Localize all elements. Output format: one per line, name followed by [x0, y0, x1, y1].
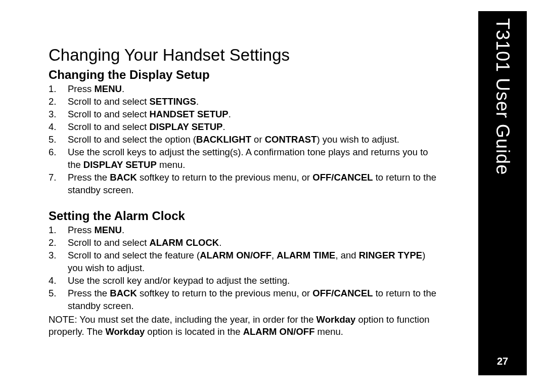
text: softkey to return to the previous menu, … [137, 172, 313, 183]
bold: RINGER TYPE [359, 250, 422, 260]
text: menu. [157, 159, 186, 170]
text: NOTE: You must set the date, including t… [49, 314, 316, 325]
step: Use the scroll keys to adjust the settin… [49, 146, 443, 171]
step: Scroll to and select the feature (ALARM … [49, 249, 443, 275]
text: option is located in the [145, 326, 243, 337]
bold: HANDSET SETUP [149, 109, 228, 119]
text: , [271, 250, 277, 260]
bold: BACK [110, 288, 136, 298]
step: Press the BACK softkey to return to the … [49, 287, 443, 313]
text: Scroll to and select [68, 237, 149, 248]
text: . [122, 83, 124, 94]
step: Scroll to and select DISPLAY SETUP. [49, 121, 443, 134]
page-title: Changing Your Handset Settings [49, 46, 443, 65]
bold: ALARM TIME [277, 250, 335, 260]
text: Use the scroll key and/or keypad to adju… [68, 275, 290, 286]
step: Scroll to and select SETTINGS. [49, 96, 443, 108]
bold: Workday [316, 314, 356, 325]
step: Press MENU. [49, 224, 443, 237]
text: Press the [68, 288, 110, 298]
bold: ALARM ON/OFF [200, 250, 271, 260]
text: ) you wish to adjust. [316, 134, 399, 145]
step: Use the scroll key and/or keypad to adju… [49, 275, 443, 287]
bold: OFF/CANCEL [312, 172, 373, 183]
step: Press MENU. [49, 83, 443, 96]
bold: MENU [94, 83, 121, 94]
text: Scroll to and select [68, 121, 149, 132]
bold: OFF/CANCEL [312, 288, 373, 298]
step: Scroll to and select ALARM CLOCK. [49, 237, 443, 249]
step: Scroll to and select the option (BACKLIG… [49, 134, 443, 146]
bold: ALARM ON/OFF [243, 326, 315, 337]
section-heading-display-setup: Changing the Display Setup [49, 68, 443, 82]
content: Changing Your Handset Settings Changing … [49, 46, 443, 338]
text: Press [68, 225, 94, 235]
text: Press [68, 83, 94, 94]
bold: ALARM CLOCK [149, 237, 219, 248]
text: softkey to return to the previous menu, … [137, 288, 313, 298]
text: Press the [68, 172, 110, 183]
text: . [122, 225, 124, 235]
sidebar: T3101 User Guide 27 [478, 11, 527, 375]
bold: BACKLIGHT [196, 134, 251, 145]
step: Scroll to and select HANDSET SETUP. [49, 108, 443, 121]
text: , and [335, 250, 358, 260]
bold: CONTRAST [265, 134, 317, 145]
bold: BACK [110, 172, 136, 183]
text: . [229, 109, 231, 119]
text: or [251, 134, 265, 145]
step: Press the BACK softkey to return to the … [49, 171, 443, 197]
bold: DISPLAY SETUP [149, 121, 222, 132]
steps-display-setup: Press MENU. Scroll to and select SETTING… [49, 83, 443, 197]
sidebar-title: T3101 User Guide [492, 18, 513, 175]
bold: Workday [105, 326, 145, 337]
section-heading-alarm-clock: Setting the Alarm Clock [49, 209, 443, 223]
steps-alarm-clock: Press MENU. Scroll to and select ALARM C… [49, 224, 443, 313]
note: NOTE: You must set the date, including t… [49, 314, 443, 339]
manual-page: T3101 User Guide 27 Changing Your Handse… [0, 0, 546, 392]
bold: MENU [94, 225, 121, 235]
text: menu. [314, 326, 343, 337]
text: . [222, 121, 225, 132]
bold: SETTINGS [149, 96, 196, 107]
text: Scroll to and select the feature ( [68, 250, 200, 260]
text: . [196, 96, 199, 107]
page-number: 27 [478, 356, 527, 367]
bold: DISPLAY SETUP [83, 159, 157, 170]
text: Scroll to and select [68, 109, 149, 119]
text: Scroll to and select [68, 96, 149, 107]
text: Scroll to and select the option ( [68, 134, 196, 145]
text: . [219, 237, 221, 248]
